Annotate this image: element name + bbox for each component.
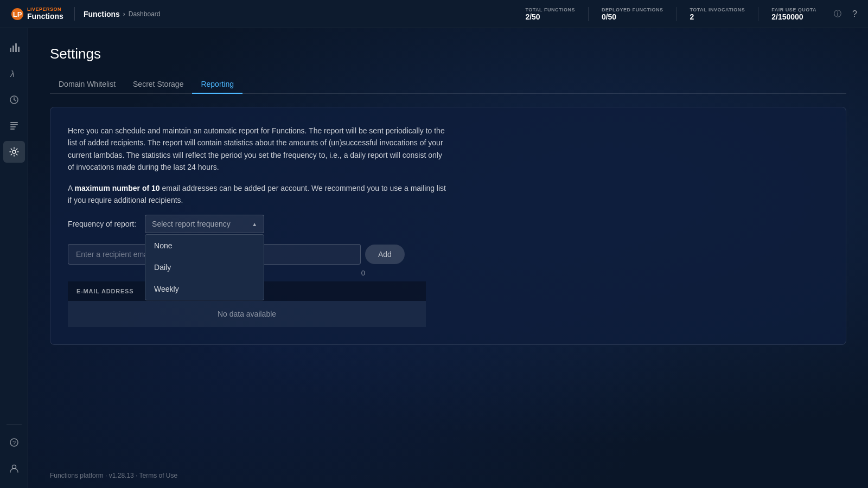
clock-icon [9, 94, 20, 105]
svg-rect-13 [10, 129, 15, 130]
frequency-label: Frequency of report: [68, 220, 136, 228]
sidebar-item-history[interactable] [3, 89, 25, 111]
frequency-select[interactable]: Select report frequency ▲ [145, 215, 264, 233]
brand-text: LIVEPERSON Functions [27, 7, 63, 21]
dropdown-option-none[interactable]: None [145, 235, 264, 256]
table-empty-row: No data available [68, 301, 426, 327]
main-content: Settings Domain Whitelist Secret Storage… [28, 28, 868, 488]
stat-total-invocations-label: TOTAL INVOCATIONS [690, 7, 745, 12]
analytics-icon [9, 42, 20, 53]
brand-logo: LP LIVEPERSON Functions [11, 7, 63, 21]
svg-line-9 [14, 100, 16, 101]
stat-total-invocations-value: 2 [690, 12, 745, 21]
stat-total-functions: TOTAL FUNCTIONS 2/50 [512, 7, 589, 21]
stat-fair-use-quota-label: FAIR USE QUOTA [771, 7, 816, 12]
question-icon: ? [9, 437, 20, 448]
tab-domain-whitelist[interactable]: Domain Whitelist [50, 75, 124, 94]
description-1: Here you can schedule and maintain an au… [68, 125, 448, 174]
stat-total-invocations: TOTAL INVOCATIONS 2 [676, 7, 758, 21]
svg-rect-2 [10, 48, 11, 52]
page-title: Settings [50, 46, 846, 62]
functions-label: Functions [27, 12, 63, 21]
svg-rect-10 [10, 122, 18, 123]
logs-icon [9, 120, 20, 131]
sidebar-divider [7, 425, 22, 425]
select-placeholder: Select report frequency [152, 220, 231, 228]
footer: Functions platform · v1.28.13 · Terms of… [28, 472, 868, 479]
help-topbar-icon[interactable]: ? [852, 9, 857, 19]
sidebar-item-functions[interactable]: λ [3, 63, 25, 85]
stat-deployed-functions: DEPLOYED FUNCTIONS 0/50 [589, 7, 677, 21]
topbar-chevron-icon: › [123, 10, 125, 18]
svg-rect-5 [18, 47, 20, 52]
svg-point-14 [12, 150, 16, 153]
svg-text:λ: λ [10, 69, 15, 79]
svg-text:LP: LP [13, 10, 22, 18]
topbar-sub-label: Dashboard [129, 10, 161, 18]
stat-deployed-functions-value: 0/50 [602, 12, 663, 21]
svg-rect-4 [15, 43, 17, 52]
stat-total-functions-value: 2/50 [525, 12, 575, 21]
gear-icon [9, 146, 20, 157]
tabs: Domain Whitelist Secret Storage Reportin… [50, 75, 846, 94]
main-layout: λ [0, 28, 868, 488]
stat-total-functions-label: TOTAL FUNCTIONS [525, 7, 575, 12]
sidebar-item-logs[interactable] [3, 115, 25, 137]
lambda-icon: λ [9, 68, 20, 79]
description-2-bold: maximum number of 10 [74, 184, 159, 192]
brand: LP LIVEPERSON Functions [11, 7, 75, 21]
terms-of-use-link[interactable]: Terms of Use [139, 472, 178, 479]
user-icon [9, 463, 20, 474]
stat-deployed-functions-label: DEPLOYED FUNCTIONS [602, 7, 663, 12]
stat-fair-use-quota-value: 2/150000 [771, 12, 816, 21]
svg-rect-12 [10, 126, 16, 127]
description-2: A maximum number of 10 email addresses c… [68, 182, 448, 207]
sidebar-item-help[interactable]: ? [3, 432, 25, 453]
sidebar-bottom: ? [3, 422, 25, 479]
sidebar-item-settings[interactable] [3, 141, 25, 163]
svg-rect-11 [10, 124, 18, 125]
sidebar: λ [0, 28, 28, 488]
topbar-stats: TOTAL FUNCTIONS 2/50 DEPLOYED FUNCTIONS … [512, 7, 841, 21]
topbar-nav-label: Functions [84, 10, 120, 18]
no-data-cell: No data available [68, 301, 426, 327]
tab-reporting[interactable]: Reporting [192, 75, 242, 94]
topbar-nav[interactable]: Functions › Dashboard [84, 10, 161, 18]
svg-text:?: ? [12, 440, 15, 446]
liveperson-logo-icon: LP [11, 8, 24, 21]
sidebar-item-user[interactable] [3, 458, 25, 479]
frequency-dropdown: None Daily Weekly [145, 234, 264, 300]
info-icon[interactable]: ⓘ [834, 9, 841, 19]
topbar: LP LIVEPERSON Functions Functions › Dash… [0, 0, 868, 28]
add-recipient-button[interactable]: Add [365, 245, 405, 264]
tab-secret-storage[interactable]: Secret Storage [124, 75, 192, 94]
svg-rect-3 [12, 46, 14, 52]
settings-card: Here you can schedule and maintain an au… [50, 107, 846, 345]
select-wrapper: Select report frequency ▲ None Daily Wee… [145, 215, 264, 233]
dropdown-option-daily[interactable]: Daily [145, 256, 264, 278]
stat-fair-use-quota: FAIR USE QUOTA 2/150000 [758, 7, 829, 21]
dropdown-option-weekly[interactable]: Weekly [145, 278, 264, 300]
footer-text: Functions platform · v1.28.13 · [50, 472, 139, 479]
select-arrow-icon: ▲ [252, 221, 257, 227]
sidebar-item-analytics[interactable] [3, 37, 25, 59]
frequency-row: Frequency of report: Select report frequ… [68, 215, 828, 233]
